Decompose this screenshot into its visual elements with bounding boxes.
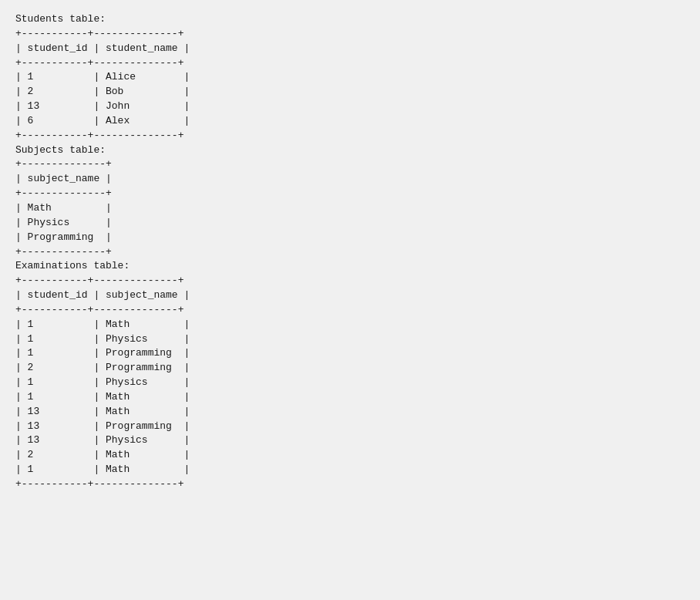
terminal-output: Students table: +-----------+-----------… [15,12,685,492]
